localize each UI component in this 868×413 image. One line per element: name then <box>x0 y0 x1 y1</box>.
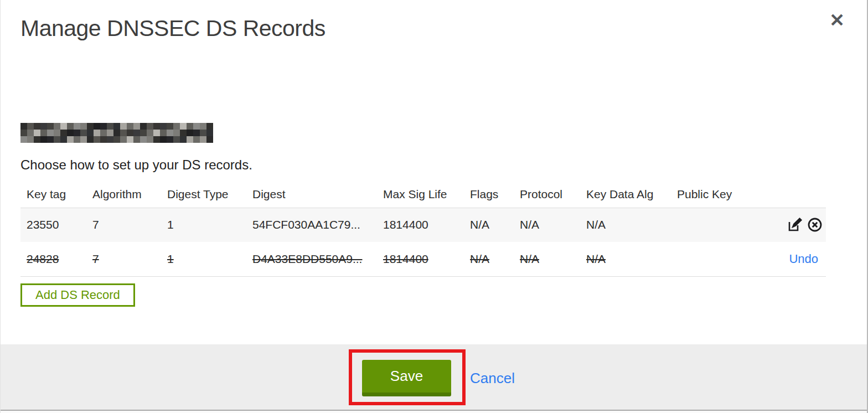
cell-public-key <box>671 208 768 242</box>
cell-key-data-alg: N/A <box>580 242 671 276</box>
col-header-key-tag: Key tag <box>20 184 86 208</box>
cell-flags: N/A <box>464 242 514 276</box>
cell-digest: 54FCF030AA1C79... <box>246 208 377 242</box>
modal-footer: Save Cancel <box>1 344 867 410</box>
edit-record-icon[interactable] <box>787 217 803 233</box>
cell-algorithm: 7 <box>86 208 161 242</box>
row-actions <box>768 208 826 242</box>
undo-link[interactable]: Undo <box>789 252 823 266</box>
cell-protocol: N/A <box>514 242 580 276</box>
table-row-deleted: 24828 7 1 D4A33E8DD550A9... 1814400 N/A … <box>20 242 826 276</box>
close-icon[interactable]: ✕ <box>829 11 845 29</box>
col-header-key-data-alg: Key Data Alg <box>580 184 671 208</box>
page-title: Manage DNSSEC DS Records <box>20 16 326 42</box>
delete-record-icon[interactable] <box>807 217 823 233</box>
cell-flags: N/A <box>464 208 514 242</box>
row-actions: Undo <box>768 242 826 276</box>
dnssec-modal: Manage DNSSEC DS Records ✕ Choose how to… <box>0 0 868 413</box>
cell-key-tag: 23550 <box>20 208 86 242</box>
cell-digest-type: 1 <box>161 242 246 276</box>
table-row: 23550 7 1 54FCF030AA1C79... 1814400 N/A … <box>20 208 826 242</box>
cell-digest-type: 1 <box>161 208 246 242</box>
cell-max-sig-life: 1814400 <box>377 242 464 276</box>
col-header-public-key: Public Key <box>671 184 768 208</box>
col-header-flags: Flags <box>464 184 514 208</box>
col-header-digest-type: Digest Type <box>161 184 246 208</box>
cell-key-data-alg: N/A <box>580 208 671 242</box>
cancel-link[interactable]: Cancel <box>470 370 515 387</box>
bottom-strip <box>1 411 867 413</box>
cell-protocol: N/A <box>514 208 580 242</box>
col-header-max-sig-life: Max Sig Life <box>377 184 464 208</box>
col-header-protocol: Protocol <box>514 184 580 208</box>
add-ds-record-button[interactable]: Add DS Record <box>20 283 135 307</box>
setup-instruction-text: Choose how to set up your DS records. <box>20 157 252 173</box>
col-header-actions <box>768 184 826 208</box>
save-button[interactable]: Save <box>362 360 451 396</box>
cell-digest: D4A33E8DD550A9... <box>246 242 377 276</box>
cell-public-key <box>671 242 768 276</box>
redacted-domain-name <box>20 123 213 143</box>
col-header-digest: Digest <box>246 184 377 208</box>
cell-key-tag: 24828 <box>20 242 86 276</box>
table-header-row: Key tag Algorithm Digest Type Digest Max… <box>20 184 826 208</box>
col-header-algorithm: Algorithm <box>86 184 161 208</box>
ds-records-table: Key tag Algorithm Digest Type Digest Max… <box>20 184 826 277</box>
cell-algorithm: 7 <box>86 242 161 276</box>
cell-max-sig-life: 1814400 <box>377 208 464 242</box>
